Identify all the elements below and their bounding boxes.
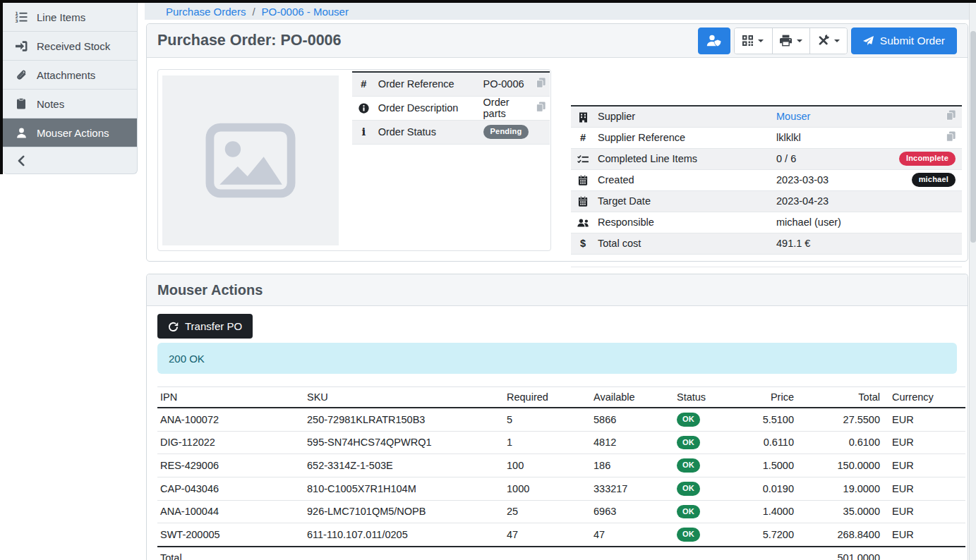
window-left-edge: [0, 0, 3, 174]
detail-value: PO-0006: [481, 72, 532, 96]
cell-currency: EUR: [883, 454, 965, 477]
breadcrumb-link-purchase-orders[interactable]: Purchase Orders: [166, 6, 246, 18]
breadcrumb: Purchase Orders / PO-0006 - Mouser: [145, 3, 969, 20]
detail-label: Order Status: [375, 120, 481, 144]
detail-value: 2023-03-03: [773, 169, 880, 190]
cell-sku: 595-SN74HCS74QPWRQ1: [304, 431, 504, 454]
supplier-link[interactable]: Mouser: [776, 111, 810, 122]
calendar-icon: [571, 169, 595, 190]
paper-plane-icon: [863, 35, 874, 47]
scrollbar-thumb[interactable]: [970, 31, 976, 243]
sign-in-icon: [13, 40, 30, 52]
detail-value: 2023-04-23: [773, 190, 880, 212]
order-toolbar: Submit Order: [698, 28, 957, 54]
page-title: Purchase Order: PO-0006: [157, 32, 342, 49]
table-row: ANA-100072 250-72981KLRATR150B3 5 5866 O…: [157, 408, 965, 431]
cell-required: 1000: [504, 477, 591, 500]
submit-order-button[interactable]: Submit Order: [851, 28, 957, 54]
cell-total: 27.5500: [797, 408, 883, 431]
order-actions-dropdown-button[interactable]: [809, 28, 847, 54]
table-cell-empty: [880, 212, 962, 233]
detail-label: Supplier: [595, 106, 773, 127]
detail-label: Completed Line Items: [595, 148, 773, 169]
mouser-actions-panel: Mouser Actions Transfer PO 200 OK IPN SK…: [146, 274, 968, 560]
detail-row-completed-line-items: Completed Line Items 0 / 6 Incomplete: [571, 148, 962, 169]
cell-available: 186: [591, 454, 674, 477]
info-circle-icon: [352, 96, 375, 120]
transfer-po-button[interactable]: Transfer PO: [157, 314, 253, 339]
image-icon: [205, 123, 296, 198]
table-cell-empty: [571, 254, 962, 267]
cell-total: 0.6100: [797, 431, 883, 454]
detail-label: Order Description: [375, 96, 481, 120]
cell-available: 5866: [591, 408, 674, 431]
breadcrumb-link-current-order[interactable]: PO-0006 - Mouser: [262, 6, 349, 18]
sidebar-item-line-items[interactable]: Line Items: [3, 3, 137, 32]
status-ok-badge: OK: [677, 436, 700, 450]
mouser-actions-panel-header: Mouser Actions: [147, 274, 968, 306]
copy-icon[interactable]: [536, 78, 546, 88]
table-row: SWT-200005 611-110.107.011/0205 47 47 OK…: [157, 523, 965, 547]
sidebar-item-attachments[interactable]: Attachments: [3, 61, 137, 90]
chevron-left-icon: [13, 155, 30, 166]
cell-ipn: ANA-100044: [157, 500, 304, 523]
sidebar-item-notes[interactable]: Notes: [3, 90, 137, 118]
tools-icon: [817, 35, 829, 47]
vertical-scrollbar[interactable]: [969, 3, 976, 560]
cell-available: 47: [591, 523, 674, 547]
detail-row-responsible: Responsible michael (user): [571, 212, 962, 233]
column-header-available: Available: [591, 387, 674, 408]
copy-icon[interactable]: [946, 110, 956, 121]
image-placeholder[interactable]: [162, 75, 339, 245]
cell-price: 5.5100: [735, 408, 797, 431]
status-ok-badge: OK: [677, 458, 700, 473]
column-header-ipn: IPN: [157, 387, 304, 408]
caret-down-icon: [797, 39, 802, 42]
hashtag-icon: #: [571, 127, 595, 148]
user-shield-icon: [706, 35, 721, 47]
detail-row-order-description: Order Description Order parts: [352, 96, 550, 120]
column-header-status: Status: [674, 387, 735, 408]
admin-view-button[interactable]: [698, 28, 730, 54]
cell-sku: 611-110.107.011/0205: [304, 523, 504, 547]
sidebar: Line Items Received Stock Attachments No…: [3, 3, 138, 174]
sidebar-collapse-button[interactable]: [3, 147, 137, 174]
table-cell-empty: [304, 547, 504, 560]
detail-value: 0 / 6: [773, 148, 880, 169]
paperclip-icon: [13, 69, 30, 81]
cell-price: 5.7200: [735, 523, 797, 547]
table-cell-empty: [883, 547, 965, 560]
cell-required: 5: [504, 408, 591, 431]
user-badge: michael: [912, 173, 956, 187]
table-cell-empty: [504, 547, 591, 560]
rotate-icon: [168, 320, 179, 333]
order-details-table: # Order Reference PO-0006 Order Descript…: [352, 71, 550, 145]
user-icon: [13, 128, 30, 138]
barcode-dropdown-button[interactable]: [735, 28, 772, 54]
table-footer-row: Total 501.0000: [157, 547, 965, 560]
table-row: DIG-112022 595-SN74HCS74QPWRQ1 1 4812 OK…: [157, 431, 965, 454]
column-header-total: Total: [797, 387, 883, 408]
table-cell-empty: [880, 233, 962, 254]
copy-icon[interactable]: [536, 102, 546, 112]
cell-price: 0.6110: [735, 431, 797, 454]
cell-sku: 652-3314Z-1-503E: [304, 454, 504, 477]
detail-label: Responsible: [595, 212, 773, 233]
info-icon: i: [352, 120, 375, 144]
table-cell-empty: [531, 120, 550, 144]
cell-ipn: SWT-200005: [157, 523, 304, 547]
cell-required: 25: [504, 500, 591, 523]
detail-value: michael (user): [773, 212, 880, 233]
purchase-order-panel-header: Purchase Order: PO-0006: [147, 24, 968, 58]
table-cell-empty: [880, 190, 962, 212]
calendar-icon: [571, 190, 595, 212]
copy-icon[interactable]: [946, 131, 956, 142]
window-top-edge: [0, 0, 976, 3]
detail-label: Supplier Reference: [595, 127, 773, 148]
part-image-card: # Order Reference PO-0006 Order Descript…: [157, 69, 551, 251]
sidebar-item-mouser-actions[interactable]: Mouser Actions: [3, 118, 137, 147]
sidebar-item-received-stock[interactable]: Received Stock: [3, 32, 137, 61]
print-dropdown-button[interactable]: [772, 28, 809, 54]
cell-status: OK: [674, 408, 735, 431]
detail-row-total-cost: $ Total cost 491.1 €: [571, 233, 962, 254]
